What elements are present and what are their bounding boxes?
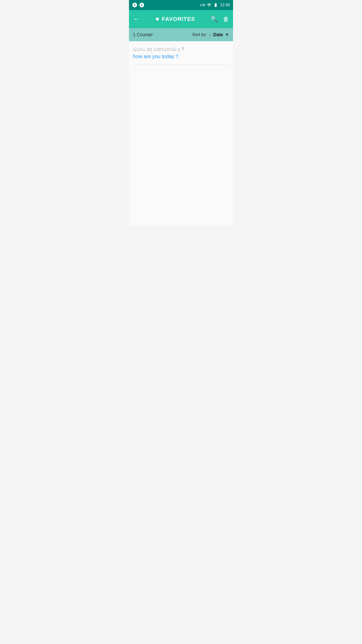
lte-label: LTE [200,4,205,7]
dropdown-arrow-icon: ▼ [225,32,229,37]
favorites-title: FAVORITES [162,16,195,22]
sort-direction-icon: ↓ [209,32,211,37]
sort-date-label: Date [213,32,223,37]
phrase-translation: how are you today ? [133,54,229,59]
content-area: ඔයාට අද කොහොම ද ? how are you today ? [129,41,233,225]
status-bar-left [132,2,145,8]
status-bar-right: LTE 12:40 [200,3,230,7]
time-label: 12:40 [220,3,230,7]
app-bar: ← ♥ FAVORITES 🔍 🗑 [129,10,233,28]
phrase-original: ඔයාට අද කොහොම ද ? [133,46,229,52]
signal-icon [207,3,211,7]
counter-label: 1 Counter [133,32,153,37]
notification-icon-2 [139,2,145,8]
battery-icon [213,3,218,7]
sort-bar: 1 Counter Sort by: ↓ Date ▼ [129,28,233,41]
heart-icon: ♥ [155,15,159,23]
app-bar-actions: 🔍 🗑 [210,16,229,23]
notification-icon-1 [132,2,138,8]
delete-button[interactable]: 🗑 [223,16,229,23]
phrase-item[interactable]: ඔයාට අද කොහොම ද ? how are you today ? [133,46,229,65]
back-button[interactable]: ← [133,15,140,23]
app-bar-title: ♥ FAVORITES [155,15,195,23]
sort-by-label: Sort by: [192,32,207,37]
status-bar: LTE 12:40 [129,0,233,10]
sort-controls[interactable]: Sort by: ↓ Date ▼ [192,32,229,37]
search-button[interactable]: 🔍 [210,16,218,23]
